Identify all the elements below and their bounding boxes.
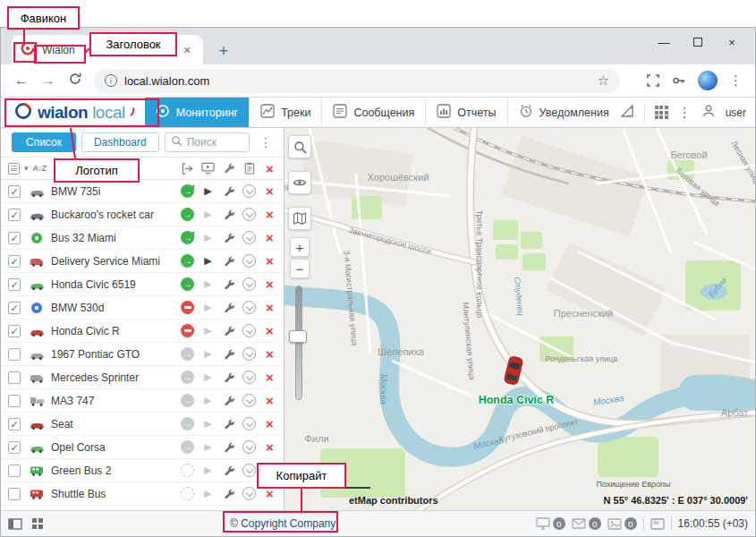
tab-reports[interactable]: Отчеты bbox=[425, 98, 506, 127]
map-search-icon[interactable] bbox=[288, 135, 311, 158]
more-menu-icon[interactable]: ⋮ bbox=[678, 105, 692, 121]
locate-unit-button[interactable] bbox=[242, 184, 256, 198]
locate-unit-button[interactable] bbox=[242, 208, 256, 221]
unit-row[interactable]: Green Bus 2 ▶ × bbox=[1, 459, 284, 482]
quick-track-button[interactable]: ▶ bbox=[204, 278, 211, 290]
unit-row[interactable]: ✓ Honda Civic R ▶ × bbox=[1, 320, 284, 343]
unit-checkbox[interactable]: ✓ bbox=[8, 441, 21, 454]
zoom-in-button[interactable]: + bbox=[290, 237, 310, 257]
properties-wrench-icon[interactable] bbox=[218, 185, 239, 198]
properties-wrench-icon[interactable] bbox=[218, 325, 239, 337]
minimize-button[interactable]: — bbox=[647, 30, 681, 54]
unit-row[interactable]: 1967 Pontiac GTO ▶ × bbox=[1, 343, 284, 366]
locate-unit-button[interactable] bbox=[242, 417, 256, 430]
back-icon[interactable]: ← bbox=[10, 72, 33, 89]
remove-unit-button[interactable]: × bbox=[259, 300, 280, 315]
unit-name[interactable]: Shuttle Bus bbox=[51, 488, 177, 500]
unit-row[interactable]: ✓ Opel Corsa ▶ × bbox=[1, 436, 284, 459]
forward-icon[interactable]: → bbox=[37, 72, 60, 89]
monitor-counter[interactable]: 0 bbox=[536, 517, 565, 530]
unit-row[interactable]: ✓ Buckaroo's rocket car ▶ × bbox=[1, 203, 284, 226]
remove-unit-button[interactable]: × bbox=[259, 230, 280, 245]
sort-icon[interactable]: A↓Z bbox=[33, 164, 47, 173]
unit-row[interactable]: МАЗ 747 ▶ × bbox=[1, 389, 284, 413]
unit-checkbox[interactable]: ✓ bbox=[8, 209, 21, 221]
unit-row[interactable]: ✓ Bus 32 Miami ▶ × bbox=[1, 226, 284, 250]
unit-row[interactable]: ✓ Seat ▶ × bbox=[1, 413, 284, 436]
fullscreen-icon[interactable] bbox=[646, 73, 660, 88]
remove-unit-button[interactable]: × bbox=[259, 207, 280, 222]
unit-checkbox[interactable] bbox=[8, 371, 21, 384]
tab-messages[interactable]: Сообщения bbox=[321, 98, 425, 127]
properties-wrench-icon[interactable] bbox=[218, 302, 239, 314]
select-all-checkbox[interactable] bbox=[8, 163, 20, 175]
unit-row[interactable]: Mercedes Sprinter ▶ × bbox=[1, 366, 284, 389]
unit-name[interactable]: Buckaroo's rocket car bbox=[51, 209, 177, 221]
follow-column-icon[interactable] bbox=[177, 162, 198, 175]
locate-unit-button[interactable] bbox=[242, 487, 256, 500]
unit-row[interactable]: ✓ Delivery Service Miami ▶ × bbox=[1, 250, 284, 273]
tab-monitoring[interactable]: Мониторинг bbox=[145, 98, 249, 127]
properties-wrench-icon[interactable] bbox=[218, 465, 239, 477]
select-dropdown-icon[interactable]: ▾ bbox=[24, 164, 29, 173]
zoom-slider[interactable] bbox=[295, 286, 302, 400]
locate-unit-button[interactable] bbox=[242, 324, 256, 337]
unit-row[interactable]: ✓ Honda Civic 6519 ▶ × bbox=[1, 273, 284, 296]
unit-checkbox[interactable] bbox=[8, 488, 21, 500]
unit-row[interactable]: ✓ BMW 530d ▶ × bbox=[1, 296, 284, 320]
bottom-panel-toggle-icon[interactable] bbox=[8, 518, 22, 530]
locate-unit-button[interactable] bbox=[242, 277, 256, 291]
quick-track-column-icon[interactable] bbox=[198, 162, 218, 175]
quick-track-button[interactable]: ▶ bbox=[204, 209, 211, 220]
unit-checkbox[interactable] bbox=[8, 395, 21, 407]
quick-track-button[interactable]: ▶ bbox=[204, 255, 211, 267]
key-icon[interactable] bbox=[672, 73, 686, 88]
list-tab-button[interactable]: Список bbox=[12, 132, 76, 152]
remove-unit-button[interactable]: × bbox=[259, 393, 280, 408]
url-bar[interactable]: i local.wialon.com ☆ bbox=[94, 69, 620, 93]
unit-checkbox[interactable] bbox=[8, 348, 21, 361]
unit-name[interactable]: Opel Corsa bbox=[51, 441, 177, 454]
locate-unit-button[interactable] bbox=[242, 254, 256, 268]
locate-unit-button[interactable] bbox=[242, 464, 256, 477]
unit-name[interactable]: Mercedes Sprinter bbox=[51, 371, 177, 384]
unit-row[interactable]: Shuttle Bus ▶ × bbox=[1, 482, 284, 506]
new-tab-button[interactable]: + bbox=[213, 40, 234, 62]
unit-checkbox[interactable]: ✓ bbox=[8, 302, 21, 314]
remove-all-icon[interactable]: × bbox=[259, 161, 280, 176]
quick-track-button[interactable]: ▶ bbox=[204, 418, 211, 430]
search-box[interactable] bbox=[165, 132, 250, 152]
unit-checkbox[interactable]: ✓ bbox=[8, 232, 21, 244]
remove-unit-button[interactable]: × bbox=[259, 323, 280, 338]
locate-unit-button[interactable] bbox=[242, 231, 256, 244]
unit-name[interactable]: Green Bus 2 bbox=[51, 465, 177, 477]
unit-name[interactable]: 1967 Pontiac GTO bbox=[51, 348, 177, 361]
unit-name[interactable]: Seat bbox=[51, 418, 177, 430]
dashboard-tab-button[interactable]: Dashboard bbox=[81, 132, 159, 152]
unit-checkbox[interactable]: ✓ bbox=[8, 185, 21, 198]
unit-checkbox[interactable]: ✓ bbox=[8, 255, 21, 268]
remove-unit-button[interactable]: × bbox=[259, 439, 280, 455]
zoom-out-button[interactable]: − bbox=[290, 259, 310, 278]
unit-checkbox[interactable]: ✓ bbox=[8, 325, 21, 337]
reload-icon[interactable] bbox=[64, 72, 87, 90]
remove-unit-button[interactable]: × bbox=[259, 346, 280, 362]
unit-name[interactable]: Delivery Service Miami bbox=[51, 255, 177, 268]
zoom-slider-handle[interactable] bbox=[289, 330, 307, 343]
quick-track-button[interactable]: ▶ bbox=[204, 325, 211, 337]
unit-checkbox[interactable] bbox=[8, 465, 21, 477]
screen-icon[interactable] bbox=[650, 518, 665, 530]
quick-track-button[interactable]: ▶ bbox=[204, 348, 211, 360]
properties-wrench-icon[interactable] bbox=[218, 348, 239, 361]
properties-wrench-icon[interactable] bbox=[218, 395, 239, 407]
remove-unit-button[interactable]: × bbox=[259, 253, 280, 268]
user-icon[interactable] bbox=[701, 104, 716, 121]
map-layers-icon[interactable] bbox=[288, 207, 311, 230]
properties-wrench-icon[interactable] bbox=[218, 278, 239, 291]
unit-name[interactable]: Bus 32 Miami bbox=[51, 232, 177, 244]
remove-unit-button[interactable]: × bbox=[259, 277, 280, 292]
quick-track-button[interactable]: ▶ bbox=[204, 302, 211, 313]
registry-column-icon[interactable] bbox=[239, 162, 259, 175]
unit-name[interactable]: Honda Civic R bbox=[51, 325, 177, 337]
quick-track-button[interactable]: ▶ bbox=[204, 488, 211, 499]
